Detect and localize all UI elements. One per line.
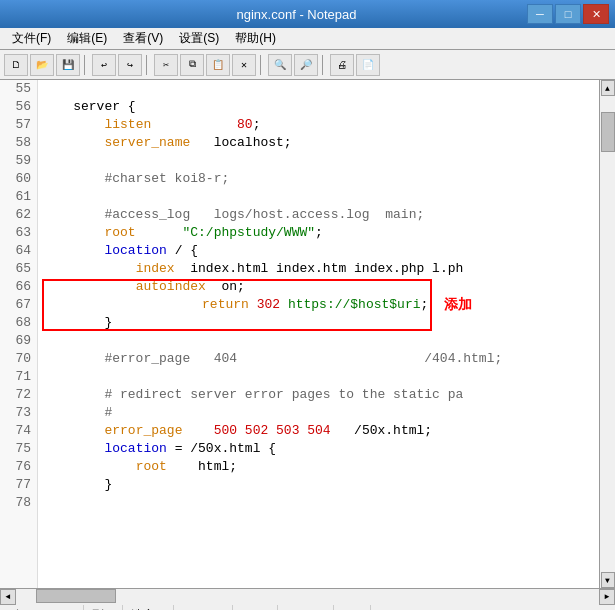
scroll-down-button[interactable]: ▼ bbox=[601, 572, 615, 588]
code-line-58: server_name localhost; bbox=[42, 134, 595, 152]
toolbar-sep3 bbox=[260, 55, 264, 75]
delete-button[interactable]: ✕ bbox=[232, 54, 256, 76]
line-num-67: 67 bbox=[0, 296, 37, 314]
save-button[interactable]: 💾 bbox=[56, 54, 80, 76]
line-num-65: 65 bbox=[0, 260, 37, 278]
line-num-63: 63 bbox=[0, 224, 37, 242]
titlebar: nginx.conf - Notepad ─ □ ✕ bbox=[0, 0, 615, 28]
hscroll-left-button[interactable]: ◄ bbox=[0, 589, 16, 605]
code-line-70: #error_page 404 /404.html; bbox=[42, 350, 595, 368]
status-insert-mode: INS bbox=[334, 605, 371, 610]
code-line-56: server { bbox=[42, 98, 595, 116]
statusbar: 行 55：146 列 1 选定 0 3.66 KB ANSI CR+LF INS… bbox=[0, 604, 615, 610]
status-extra: Apa bbox=[371, 605, 408, 610]
code-line-71 bbox=[42, 368, 595, 386]
menu-help[interactable]: 帮助(H) bbox=[227, 28, 284, 49]
print-button[interactable]: 🖨 bbox=[330, 54, 354, 76]
line-num-71: 71 bbox=[0, 368, 37, 386]
print2-button[interactable]: 📄 bbox=[356, 54, 380, 76]
code-line-75: location = /50x.html { bbox=[42, 440, 595, 458]
toolbar-sep4 bbox=[322, 55, 326, 75]
status-encoding: ANSI bbox=[233, 605, 278, 610]
line-num-69: 69 bbox=[0, 332, 37, 350]
code-line-55 bbox=[42, 80, 595, 98]
line-num-78: 78 bbox=[0, 494, 37, 512]
code-line-77: } bbox=[42, 476, 595, 494]
code-line-59 bbox=[42, 152, 595, 170]
toolbar: 🗋 📂 💾 ↩ ↪ ✂ ⧉ 📋 ✕ 🔍 🔎 🖨 📄 bbox=[0, 50, 615, 80]
status-line-ending: CR+LF bbox=[278, 605, 333, 610]
line-numbers: 55 56 57 58 59 60 61 62 63 64 65 66 67 6… bbox=[0, 80, 38, 588]
menubar: 文件(F) 编辑(E) 查看(V) 设置(S) 帮助(H) bbox=[0, 28, 615, 50]
code-line-61 bbox=[42, 188, 595, 206]
menu-file[interactable]: 文件(F) bbox=[4, 28, 59, 49]
redo-button[interactable]: ↪ bbox=[118, 54, 142, 76]
open-button[interactable]: 📂 bbox=[30, 54, 54, 76]
toolbar-sep2 bbox=[146, 55, 150, 75]
hscroll-right-button[interactable]: ► bbox=[599, 589, 615, 605]
code-line-57: listen 80; bbox=[42, 116, 595, 134]
scrollbar-right[interactable]: ▲ ▼ bbox=[599, 80, 615, 588]
code-area[interactable]: server { listen 80; server_name localhos… bbox=[38, 80, 599, 588]
line-num-74: 74 bbox=[0, 422, 37, 440]
line-num-62: 62 bbox=[0, 206, 37, 224]
toolbar-sep1 bbox=[84, 55, 88, 75]
cut-button[interactable]: ✂ bbox=[154, 54, 178, 76]
line-num-77: 77 bbox=[0, 476, 37, 494]
menu-edit[interactable]: 编辑(E) bbox=[59, 28, 115, 49]
scroll-thumb[interactable] bbox=[601, 112, 615, 152]
minimize-button[interactable]: ─ bbox=[527, 4, 553, 24]
find-button[interactable]: 🔍 bbox=[268, 54, 292, 76]
window-title: nginx.conf - Notepad bbox=[66, 7, 527, 22]
line-num-58: 58 bbox=[0, 134, 37, 152]
line-num-64: 64 bbox=[0, 242, 37, 260]
menu-settings[interactable]: 设置(S) bbox=[171, 28, 227, 49]
status-column: 列 1 bbox=[84, 605, 123, 610]
code-line-69 bbox=[42, 332, 595, 350]
hscrollbar[interactable]: ◄ ► bbox=[0, 588, 615, 604]
line-num-55: 55 bbox=[0, 80, 37, 98]
hscroll-track[interactable] bbox=[16, 589, 599, 605]
code-line-78 bbox=[42, 494, 595, 512]
line-num-60: 60 bbox=[0, 170, 37, 188]
code-line-72: # redirect server error pages to the sta… bbox=[42, 386, 595, 404]
code-line-62: #access_log logs/host.access.log main; bbox=[42, 206, 595, 224]
line-num-70: 70 bbox=[0, 350, 37, 368]
line-num-68: 68 bbox=[0, 314, 37, 332]
line-num-56: 56 bbox=[0, 98, 37, 116]
menu-view[interactable]: 查看(V) bbox=[115, 28, 171, 49]
code-line-65: index index.html index.htm index.php l.p… bbox=[42, 260, 595, 278]
code-line-76: root html; bbox=[42, 458, 595, 476]
window-controls[interactable]: ─ □ ✕ bbox=[527, 4, 609, 24]
line-num-61: 61 bbox=[0, 188, 37, 206]
hscroll-thumb[interactable] bbox=[36, 589, 116, 603]
code-line-63: root "C:/phpstudy/WWW"; bbox=[42, 224, 595, 242]
scroll-up-button[interactable]: ▲ bbox=[601, 80, 615, 96]
copy-button[interactable]: ⧉ bbox=[180, 54, 204, 76]
new-button[interactable]: 🗋 bbox=[4, 54, 28, 76]
status-position: 行 55：146 bbox=[6, 605, 84, 610]
line-num-57: 57 bbox=[0, 116, 37, 134]
editor-container: 55 56 57 58 59 60 61 62 63 64 65 66 67 6… bbox=[0, 80, 615, 588]
code-line-74: error_page 500 502 503 504 /50x.html; bbox=[42, 422, 595, 440]
line-num-75: 75 bbox=[0, 440, 37, 458]
line-num-73: 73 bbox=[0, 404, 37, 422]
line-num-59: 59 bbox=[0, 152, 37, 170]
close-button[interactable]: ✕ bbox=[583, 4, 609, 24]
code-line-64: location / { bbox=[42, 242, 595, 260]
code-line-67: return 302 https://$host$uri; 添加 bbox=[42, 296, 595, 314]
code-line-60: #charset koi8-r; bbox=[42, 170, 595, 188]
undo-button[interactable]: ↩ bbox=[92, 54, 116, 76]
status-size: 3.66 KB bbox=[174, 605, 234, 610]
code-line-73: # bbox=[42, 404, 595, 422]
maximize-button[interactable]: □ bbox=[555, 4, 581, 24]
status-selection: 选定 0 bbox=[123, 605, 174, 610]
line-num-66: 66 bbox=[0, 278, 37, 296]
line-num-76: 76 bbox=[0, 458, 37, 476]
annotation-text: 添加 bbox=[444, 296, 472, 314]
paste-button[interactable]: 📋 bbox=[206, 54, 230, 76]
line-num-72: 72 bbox=[0, 386, 37, 404]
find2-button[interactable]: 🔎 bbox=[294, 54, 318, 76]
